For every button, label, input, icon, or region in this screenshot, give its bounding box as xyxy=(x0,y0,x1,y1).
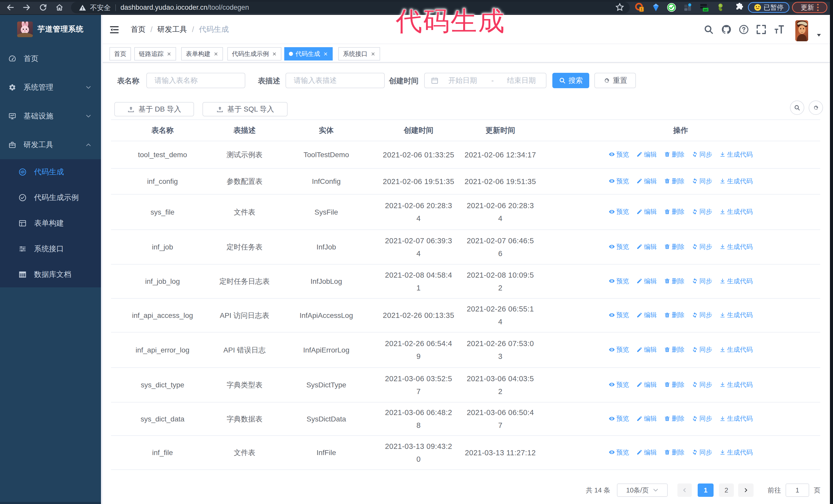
preview-link[interactable]: 预览 xyxy=(609,379,629,390)
extension-paused-badge[interactable]: 已暂停 xyxy=(748,2,789,13)
delete-link[interactable]: 删除 xyxy=(664,379,685,390)
edit-link[interactable]: 编辑 xyxy=(636,275,657,287)
close-icon[interactable] xyxy=(214,51,218,56)
generate-code-link[interactable]: 生成代码 xyxy=(719,447,753,458)
preview-link[interactable]: 预览 xyxy=(609,447,629,458)
github-icon[interactable] xyxy=(721,24,732,35)
browser-forward-button[interactable] xyxy=(23,3,31,11)
sidebar-item-system-api[interactable]: 系统接口 xyxy=(0,236,101,262)
preview-link[interactable]: 预览 xyxy=(609,175,629,187)
close-icon[interactable] xyxy=(167,51,171,56)
generate-code-link[interactable]: 生成代码 xyxy=(719,175,753,187)
page-size-select[interactable]: 10条/页 xyxy=(617,483,668,497)
next-page-button[interactable] xyxy=(738,483,754,497)
sidebar-collapse-icon[interactable] xyxy=(109,25,119,35)
sidebar-item-db-doc[interactable]: 数据库文档 xyxy=(0,262,101,287)
generate-code-link[interactable]: 生成代码 xyxy=(719,241,753,253)
generate-code-link[interactable]: 生成代码 xyxy=(719,206,753,217)
delete-link[interactable]: 删除 xyxy=(664,344,685,355)
sidebar-item-infra[interactable]: 基础设施 xyxy=(0,102,101,130)
edit-link[interactable]: 编辑 xyxy=(636,241,657,253)
preview-link[interactable]: 预览 xyxy=(609,413,629,424)
delete-link[interactable]: 删除 xyxy=(664,413,685,424)
import-db-button[interactable]: 基于 DB 导入 xyxy=(114,102,194,116)
sidebar-item-home[interactable]: 首页 xyxy=(0,44,101,73)
extension-icon-on-switch[interactable]: on xyxy=(699,3,709,12)
delete-link[interactable]: 删除 xyxy=(664,241,685,253)
edit-link[interactable]: 编辑 xyxy=(636,379,657,390)
sidebar-item-codegen[interactable]: 代码生成 xyxy=(0,159,101,185)
sidebar-logo-row[interactable]: 芋道管理系统 xyxy=(0,15,101,44)
tab-system-api[interactable]: 系统接口 xyxy=(338,47,380,61)
sync-link[interactable]: 同步 xyxy=(692,447,712,458)
delete-link[interactable]: 删除 xyxy=(664,309,685,321)
preview-link[interactable]: 预览 xyxy=(609,344,629,355)
sync-link[interactable]: 同步 xyxy=(692,149,712,160)
preview-link[interactable]: 预览 xyxy=(609,149,629,160)
sync-link[interactable]: 同步 xyxy=(692,275,712,287)
sync-link[interactable]: 同步 xyxy=(692,309,712,321)
edit-link[interactable]: 编辑 xyxy=(636,309,657,321)
sync-link[interactable]: 同步 xyxy=(692,241,712,253)
sync-link[interactable]: 同步 xyxy=(692,175,712,187)
refresh-table-button[interactable] xyxy=(809,100,823,115)
address-bar[interactable]: 不安全 dashboard.yudao.iocoder.cn/tool/code… xyxy=(71,2,630,13)
fullscreen-icon[interactable] xyxy=(756,24,767,35)
browser-reload-button[interactable] xyxy=(39,3,47,11)
tab-form-builder[interactable]: 表单构建 xyxy=(181,47,223,61)
reset-button[interactable]: 重置 xyxy=(594,73,636,88)
generate-code-link[interactable]: 生成代码 xyxy=(719,413,753,424)
delete-link[interactable]: 删除 xyxy=(664,275,685,287)
sidebar-item-system[interactable]: 系统管理 xyxy=(0,73,101,102)
tab-tracing[interactable]: 链路追踪 xyxy=(134,47,176,61)
browser-update-button[interactable]: 更新 xyxy=(792,2,827,13)
search-button[interactable]: 搜索 xyxy=(552,73,589,88)
caret-down-icon[interactable] xyxy=(816,33,822,37)
page-2-button[interactable]: 2 xyxy=(719,483,734,497)
generate-code-link[interactable]: 生成代码 xyxy=(719,275,753,287)
generate-code-link[interactable]: 生成代码 xyxy=(719,309,753,321)
date-range-input[interactable]: 开始日期 - 结束日期 xyxy=(424,73,546,88)
preview-link[interactable]: 预览 xyxy=(609,241,629,253)
extension-icon-gem[interactable] xyxy=(651,3,661,12)
edit-link[interactable]: 编辑 xyxy=(636,206,657,217)
user-avatar[interactable] xyxy=(795,20,808,41)
delete-link[interactable]: 删除 xyxy=(664,149,685,160)
help-icon[interactable] xyxy=(738,24,749,35)
edit-link[interactable]: 编辑 xyxy=(636,447,657,458)
edit-link[interactable]: 编辑 xyxy=(636,413,657,424)
toggle-search-button[interactable] xyxy=(790,100,804,115)
browser-home-button[interactable] xyxy=(55,3,64,11)
extension-icon-green-check[interactable] xyxy=(667,3,676,12)
page-1-button[interactable]: 1 xyxy=(698,483,714,497)
preview-link[interactable]: 预览 xyxy=(609,275,629,287)
table-name-input[interactable]: 请输入表名称 xyxy=(146,73,245,88)
close-icon[interactable] xyxy=(323,51,328,56)
close-icon[interactable] xyxy=(371,51,376,56)
font-size-icon[interactable] xyxy=(774,24,784,35)
prev-page-button[interactable] xyxy=(677,483,692,497)
delete-link[interactable]: 删除 xyxy=(664,447,685,458)
tab-home[interactable]: 首页 xyxy=(110,47,131,61)
delete-link[interactable]: 删除 xyxy=(664,175,685,187)
preview-link[interactable]: 预览 xyxy=(609,309,629,321)
extension-icon-grid[interactable] xyxy=(683,3,693,12)
bookmark-star-icon[interactable] xyxy=(615,3,624,12)
extension-icon-monster[interactable] xyxy=(716,3,726,12)
generate-code-link[interactable]: 生成代码 xyxy=(719,344,753,355)
edit-link[interactable]: 编辑 xyxy=(636,149,657,160)
preview-link[interactable]: 预览 xyxy=(609,206,629,217)
browser-menu-kebab-icon[interactable] xyxy=(817,4,819,11)
edit-link[interactable]: 编辑 xyxy=(636,344,657,355)
edit-link[interactable]: 编辑 xyxy=(636,175,657,187)
extension-icon-orange[interactable]: 1 xyxy=(635,3,644,12)
sidebar-item-form-builder[interactable]: 表单构建 xyxy=(0,211,101,236)
close-icon[interactable] xyxy=(272,51,277,56)
sync-link[interactable]: 同步 xyxy=(692,413,712,424)
delete-link[interactable]: 删除 xyxy=(664,206,685,217)
generate-code-link[interactable]: 生成代码 xyxy=(719,149,753,160)
browser-back-button[interactable] xyxy=(6,3,14,11)
header-search-icon[interactable] xyxy=(703,24,714,35)
breadcrumb-home[interactable]: 首页 xyxy=(131,24,146,34)
tab-codegen[interactable]: 代码生成 xyxy=(284,47,333,61)
